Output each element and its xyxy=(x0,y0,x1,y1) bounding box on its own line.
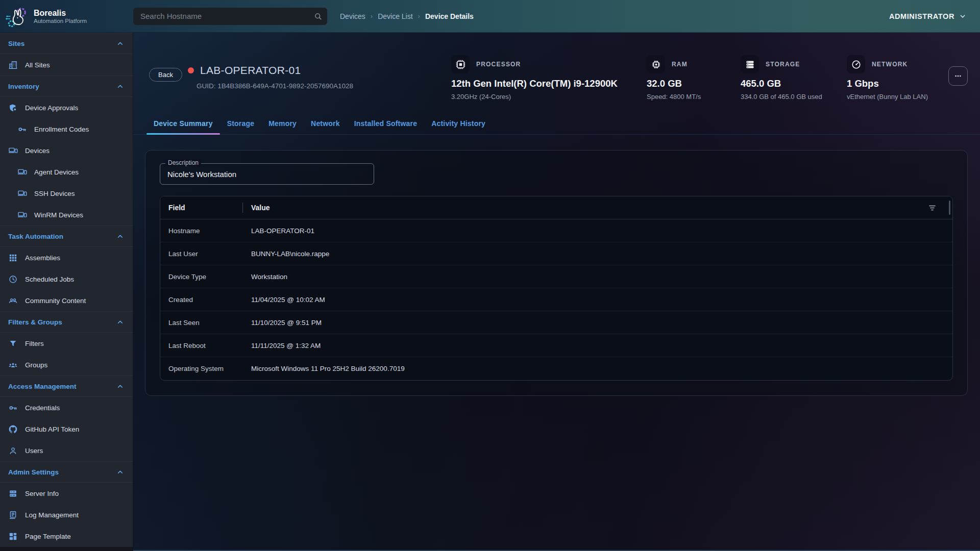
sidebar-item-community-content[interactable]: Community Content xyxy=(0,290,133,311)
chevron-up-icon xyxy=(116,468,125,477)
user-icon xyxy=(8,446,18,456)
sidebar-item-label: Scheduled Jobs xyxy=(25,276,74,283)
stat-label: NETWORK xyxy=(872,61,908,68)
more-actions-button[interactable] xyxy=(948,66,968,86)
sidebar-item-device-approvals[interactable]: Device Approvals xyxy=(0,97,133,118)
row-value: 11/11/2025 @ 1:32 AM xyxy=(251,342,944,349)
search-input[interactable] xyxy=(133,8,327,25)
main-content: Back LAB-OPERATOR-01 GUID: 1B4B386B-649A… xyxy=(133,33,980,551)
table-row-device-type: Device TypeWorkstation xyxy=(160,265,952,288)
sidebar-item-server-info[interactable]: Server Info xyxy=(0,483,133,504)
sidebar-item-scheduled-jobs[interactable]: Scheduled Jobs xyxy=(0,268,133,290)
sidebar-item-devices[interactable]: Devices xyxy=(0,140,133,161)
brand-subtitle: Automation Platform xyxy=(34,18,87,24)
sidebar-item-groups[interactable]: Groups xyxy=(0,354,133,375)
devices-icon xyxy=(17,189,27,198)
server-icon xyxy=(8,489,18,498)
sidebar-item-winrm-devices[interactable]: WinRM Devices xyxy=(0,204,133,226)
description-label: Description xyxy=(165,159,201,166)
sidebar-section-filters-groups[interactable]: Filters & Groups xyxy=(0,311,133,333)
sidebar-section-sites[interactable]: Sites xyxy=(0,33,133,54)
row-value: 11/04/2025 @ 10:02 AM xyxy=(251,296,944,304)
tab-activity-history[interactable]: Activity History xyxy=(424,114,493,134)
tab-memory[interactable]: Memory xyxy=(261,114,304,134)
stat-network: NETWORK1 GbpsvEthernet (Bunny Lab LAN) xyxy=(847,55,928,101)
sidebar-section-inventory[interactable]: Inventory xyxy=(0,76,133,97)
filter-icon[interactable] xyxy=(927,203,937,213)
table-body: HostnameLAB-OPERATOR-01Last UserBUNNY-LA… xyxy=(160,219,952,380)
description-input[interactable] xyxy=(160,163,374,185)
stat-subtext: 334.0 GB of 465.0 GB used xyxy=(741,93,822,101)
stat-ram: RAM32.0 GBSpeed: 4800 MT/s xyxy=(647,55,701,101)
table-row-last-reboot: Last Reboot11/11/2025 @ 1:32 AM xyxy=(160,334,952,357)
sidebar-item-label: Credentials xyxy=(25,404,60,412)
administrator-label: ADMINISTRATOR xyxy=(889,12,954,20)
row-field: Last Seen xyxy=(168,319,251,327)
stat-label: RAM xyxy=(672,61,688,68)
sidebar-item-agent-devices[interactable]: Agent Devices xyxy=(0,161,133,183)
table-row-last-seen: Last Seen11/10/2025 @ 9:51 PM xyxy=(160,311,952,334)
sidebar-item-credentials[interactable]: Credentials xyxy=(0,397,133,418)
ellipsis-icon xyxy=(953,71,963,81)
section-label: Filters & Groups xyxy=(8,318,116,326)
sidebar-item-label: SSH Devices xyxy=(34,190,75,197)
field-value-table: Field Value HostnameLAB-OPERATOR-01Last … xyxy=(160,196,953,381)
grid-icon xyxy=(8,253,18,263)
breadcrumb-device-details: Device Details xyxy=(425,12,474,20)
breadcrumb-devices[interactable]: Devices xyxy=(340,12,365,20)
sidebar-item-filters[interactable]: Filters xyxy=(0,333,133,354)
key-icon xyxy=(8,403,18,413)
sidebar-item-ssh-devices[interactable]: SSH Devices xyxy=(0,183,133,204)
section-label: Access Management xyxy=(8,383,116,390)
chevron-up-icon xyxy=(116,82,125,91)
sidebar-item-all-sites[interactable]: All Sites xyxy=(0,54,133,76)
sidebar-item-github-api-token[interactable]: GitHub API Token xyxy=(0,418,133,440)
brand-text: Borealis Automation Platform xyxy=(34,9,87,24)
stat-processor: PROCESSOR12th Gen Intel(R) Core(TM) i9-1… xyxy=(451,55,618,101)
chevron-up-icon xyxy=(116,39,125,48)
table-row-operating-system: Operating SystemMicrosoft Windows 11 Pro… xyxy=(160,357,952,380)
breadcrumb: Devices›Device List›Device Details xyxy=(340,12,474,20)
stat-value: 465.0 GB xyxy=(741,78,822,89)
key-icon xyxy=(17,124,27,134)
funnel-icon xyxy=(8,339,18,348)
sidebar-item-users[interactable]: Users xyxy=(0,440,133,461)
page-title: LAB-OPERATOR-01 xyxy=(200,64,301,77)
sidebar-item-label: WinRM Devices xyxy=(34,211,83,219)
row-field: Device Type xyxy=(168,273,251,281)
sidebar-section-admin-settings[interactable]: Admin Settings xyxy=(0,461,133,483)
sidebar-item-page-template[interactable]: Page Template xyxy=(0,525,133,547)
stat-subtext: 3.20GHz (24-Cores) xyxy=(451,93,618,101)
stat-value: 1 Gbps xyxy=(847,78,928,89)
row-value: Microsoft Windows 11 Pro 25H2 Build 2620… xyxy=(251,365,944,372)
stat-label: PROCESSOR xyxy=(476,61,521,68)
row-field: Last User xyxy=(168,250,251,258)
sidebar-item-label: Agent Devices xyxy=(34,168,79,176)
stat-label: STORAGE xyxy=(766,61,800,68)
tab-storage[interactable]: Storage xyxy=(220,114,262,134)
chevron-up-icon xyxy=(116,382,125,391)
back-button[interactable]: Back xyxy=(149,68,182,82)
administrator-menu[interactable]: ADMINISTRATOR xyxy=(889,12,967,20)
brand: Borealis Automation Platform xyxy=(0,5,133,28)
shield-icon xyxy=(8,103,18,113)
borealis-logo-icon xyxy=(5,5,29,28)
sidebar-item-label: Enrollment Codes xyxy=(34,126,89,133)
sidebar-item-assemblies[interactable]: Assemblies xyxy=(0,247,133,268)
row-value: BUNNY-LAB\nicole.rappe xyxy=(251,250,944,258)
tab-installed-software[interactable]: Installed Software xyxy=(347,114,424,134)
table-scrollbar[interactable] xyxy=(949,201,950,215)
sidebar: SitesAll SitesInventoryDevice ApprovalsE… xyxy=(0,33,133,551)
tab-device-summary[interactable]: Device Summary xyxy=(146,114,220,134)
column-divider xyxy=(242,203,243,213)
breadcrumb-device-list[interactable]: Device List xyxy=(378,12,412,20)
tab-network[interactable]: Network xyxy=(304,114,347,134)
sidebar-section-task-automation[interactable]: Task Automation xyxy=(0,226,133,247)
section-label: Inventory xyxy=(8,83,116,90)
people-icon xyxy=(8,296,18,306)
sidebar-section-access-management[interactable]: Access Management xyxy=(0,375,133,397)
breadcrumb-separator: › xyxy=(418,12,420,20)
sidebar-item-log-management[interactable]: Log Management xyxy=(0,504,133,525)
sidebar-item-enrollment-codes[interactable]: Enrollment Codes xyxy=(0,118,133,140)
stat-subtext: Speed: 4800 MT/s xyxy=(647,93,701,101)
